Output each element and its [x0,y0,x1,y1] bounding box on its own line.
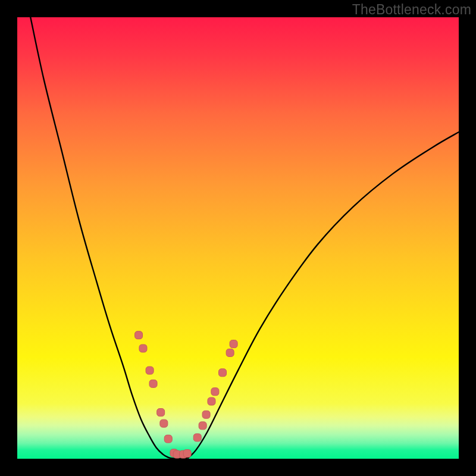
data-point-marker [160,419,168,427]
data-point-marker [139,345,147,352]
chart-frame: TheBottleneck.com [0,0,476,476]
data-point-marker [199,422,206,430]
attribution-watermark: TheBottleneck.com [352,2,471,18]
data-point-marker [211,388,219,396]
data-point-marker [226,349,234,356]
data-point-marker [208,397,215,405]
data-point-marker [157,409,165,416]
data-point-marker [146,367,154,374]
plot-area [17,17,459,459]
data-point-marker [149,380,157,387]
data-point-marker [193,434,201,441]
data-point-marker [230,340,237,348]
curve-layer [17,17,459,459]
data-point-marker [135,331,143,339]
data-point-marker [202,411,210,418]
data-point-marker [164,435,172,443]
data-point-marker [183,450,191,458]
data-point-marker [219,369,227,377]
v-curve [30,17,459,459]
data-point-markers [135,331,238,458]
